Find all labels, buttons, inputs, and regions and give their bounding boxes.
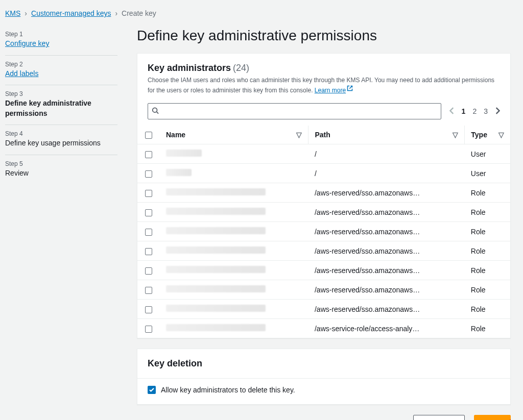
cell-name	[160, 241, 308, 261]
annotation-arrow-icon	[506, 418, 523, 420]
key-deletion-panel: Key deletion Allow key administrators to…	[137, 349, 511, 405]
cell-path: /	[308, 144, 465, 164]
cell-type: Role	[465, 261, 510, 280]
external-link-icon	[347, 85, 353, 94]
chevron-right-icon: ›	[115, 9, 117, 17]
prev-page-icon[interactable]	[449, 107, 455, 116]
page-title: Define key administrative permissions	[137, 28, 511, 44]
row-checkbox[interactable]	[145, 267, 152, 275]
step-number: Step 4	[5, 130, 117, 137]
step-label[interactable]: Add labels	[5, 69, 117, 79]
cell-name	[160, 280, 308, 300]
step-5: Step 5 Review	[5, 155, 117, 185]
cell-name	[160, 300, 308, 319]
table-row[interactable]: /aws-reserved/sso.amazonaws…Role	[137, 241, 510, 261]
row-checkbox[interactable]	[145, 229, 152, 236]
cell-type: Role	[465, 241, 510, 261]
select-all-header[interactable]	[137, 126, 160, 144]
table-row[interactable]: /aws-reserved/sso.amazonaws…Role	[137, 222, 510, 241]
row-checkbox[interactable]	[145, 287, 152, 294]
cell-path: /aws-reserved/sso.amazonaws…	[308, 241, 465, 261]
step-2[interactable]: Step 2 Add labels	[5, 56, 117, 86]
cell-type: Role	[465, 280, 510, 300]
svg-point-0	[153, 108, 157, 112]
breadcrumb-current: Create key	[122, 9, 156, 17]
previous-button[interactable]: Previous	[413, 415, 465, 420]
sort-icon: ▽	[498, 131, 504, 139]
breadcrumb: KMS › Customer-managed keys › Create key	[5, 9, 511, 17]
cell-path: /	[308, 164, 465, 183]
step-label: Define key administrative permissions	[5, 98, 117, 118]
row-checkbox[interactable]	[145, 209, 152, 216]
learn-more-link[interactable]: Learn more	[315, 87, 353, 94]
step-label: Review	[5, 168, 117, 179]
row-checkbox[interactable]	[145, 190, 152, 197]
step-number: Step 2	[5, 61, 117, 68]
page-2[interactable]: 2	[472, 107, 477, 115]
cell-name	[160, 222, 308, 241]
cell-name	[160, 203, 308, 222]
cell-path: /aws-reserved/sso.amazonaws…	[308, 280, 465, 300]
col-name[interactable]: Name▽	[160, 126, 308, 144]
cell-path: /aws-reserved/sso.amazonaws…	[308, 222, 465, 241]
admins-table: Name▽ Path▽ Type▽ /User/User/aws-reserve…	[137, 126, 510, 338]
step-label: Define key usage permissions	[5, 138, 117, 149]
cell-path: /aws-reserved/sso.amazonaws…	[308, 183, 465, 203]
cell-type: User	[465, 144, 510, 164]
search-field[interactable]	[148, 103, 441, 119]
table-row[interactable]: /User	[137, 164, 510, 183]
panel-count: (24)	[233, 63, 249, 73]
main-content: Define key administrative permissions Ke…	[137, 24, 511, 420]
page-1[interactable]: 1	[462, 107, 466, 115]
allow-delete-label: Allow key administrators to delete this …	[161, 386, 295, 394]
table-row[interactable]: /aws-reserved/sso.amazonaws…Role	[137, 300, 510, 319]
table-row[interactable]: /aws-reserved/sso.amazonaws…Role	[137, 183, 510, 203]
cell-name	[160, 144, 308, 164]
breadcrumb-kms[interactable]: KMS	[5, 9, 20, 17]
cell-name	[160, 164, 308, 183]
row-checkbox[interactable]	[145, 248, 152, 255]
panel-description: Choose the IAM users and roles who can a…	[148, 76, 500, 95]
step-label[interactable]: Configure key	[5, 39, 117, 49]
step-1[interactable]: Step 1 Configure key	[5, 26, 117, 56]
cell-path: /aws-reserved/sso.amazonaws…	[308, 300, 465, 319]
cell-type: Role	[465, 300, 510, 319]
page-3[interactable]: 3	[484, 107, 488, 115]
row-checkbox[interactable]	[145, 326, 152, 333]
allow-delete-checkbox[interactable]	[148, 386, 156, 394]
cell-path: /aws-reserved/sso.amazonaws…	[308, 203, 465, 222]
search-input[interactable]	[148, 103, 441, 119]
chevron-right-icon: ›	[25, 9, 27, 17]
cell-type: Role	[465, 203, 510, 222]
table-row[interactable]: /aws-reserved/sso.amazonaws…Role	[137, 261, 510, 280]
row-checkbox[interactable]	[145, 170, 152, 178]
cell-type: User	[465, 164, 510, 183]
col-type[interactable]: Type▽	[465, 126, 510, 144]
cell-type: Role	[465, 183, 510, 203]
next-page-icon[interactable]	[495, 107, 500, 116]
step-4: Step 4 Define key usage permissions	[5, 125, 117, 155]
table-row[interactable]: /aws-reserved/sso.amazonaws…Role	[137, 280, 510, 300]
step-3: Step 3 Define key administrative permiss…	[5, 85, 117, 125]
cell-path: /aws-service-role/access-analy…	[308, 319, 465, 338]
panel-title: Key administrators	[148, 63, 231, 73]
checkbox-icon[interactable]	[145, 132, 152, 139]
panel-title: Key deletion	[148, 358, 202, 368]
cell-name	[160, 261, 308, 280]
search-icon	[152, 107, 159, 116]
col-path[interactable]: Path▽	[308, 126, 465, 144]
cancel-button[interactable]: Cancel	[360, 415, 404, 420]
row-checkbox[interactable]	[145, 151, 152, 158]
wizard-footer: Cancel Previous Next	[137, 415, 511, 420]
cell-name	[160, 183, 308, 203]
breadcrumb-customer-managed-keys[interactable]: Customer-managed keys	[31, 9, 111, 17]
step-number: Step 1	[5, 31, 117, 38]
wizard-steps: Step 1 Configure key Step 2 Add labels S…	[5, 24, 117, 185]
cell-name	[160, 319, 308, 338]
cell-type: Role	[465, 222, 510, 241]
cell-type: Role	[465, 319, 510, 338]
table-row[interactable]: /User	[137, 144, 510, 164]
row-checkbox[interactable]	[145, 306, 152, 313]
table-row[interactable]: /aws-service-role/access-analy…Role	[137, 319, 510, 338]
table-row[interactable]: /aws-reserved/sso.amazonaws…Role	[137, 203, 510, 222]
